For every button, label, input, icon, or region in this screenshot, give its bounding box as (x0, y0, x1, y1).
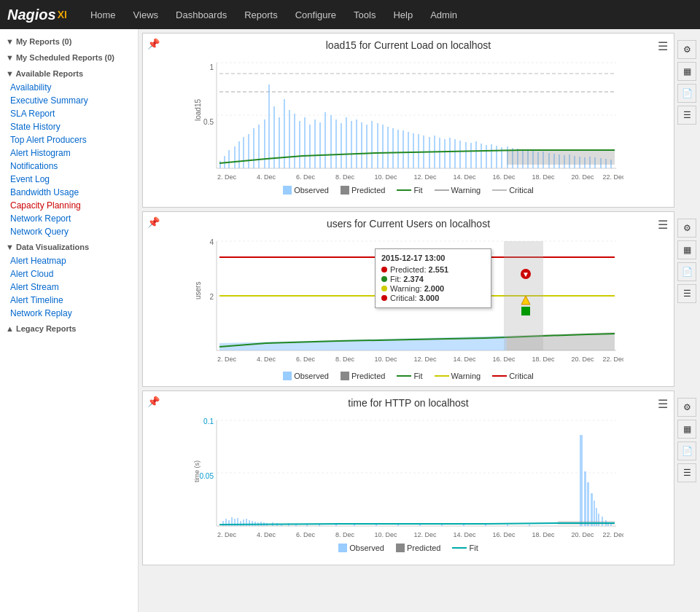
nav-views[interactable]: Views (125, 0, 167, 29)
chart-icon-gear-2[interactable]: ⚙ (677, 219, 696, 238)
svg-rect-35 (361, 122, 362, 168)
svg-text:20. Dec: 20. Dec (571, 531, 594, 538)
svg-rect-156 (354, 525, 355, 526)
my-scheduled-reports-header[interactable]: ▼ My Scheduled Reports (0) (0, 49, 138, 65)
logo-xi: XI (58, 9, 67, 20)
chart-side-icons-3: ⚙ ▦ 📄 ☰ (677, 391, 696, 482)
svg-text:2. Dec: 2. Dec (217, 173, 237, 181)
svg-rect-15 (258, 125, 260, 168)
svg-text:10. Dec: 10. Dec (374, 356, 397, 363)
svg-text:0.05: 0.05 (200, 472, 214, 480)
chart-icon-list-3[interactable]: ☰ (677, 463, 696, 482)
chart-icon-list-2[interactable]: ☰ (677, 284, 696, 303)
svg-rect-45 (413, 133, 414, 168)
sidebar-network-query[interactable]: Network Query (0, 225, 138, 238)
svg-rect-43 (402, 130, 404, 168)
svg-rect-53 (454, 139, 456, 168)
sidebar-sla-report[interactable]: SLA Report (0, 107, 138, 120)
pushpin-icon-1: 📌 (147, 38, 160, 50)
sidebar-notifications[interactable]: Notifications (0, 160, 138, 173)
svg-rect-84 (507, 150, 615, 165)
svg-text:0.1: 0.1 (203, 417, 214, 425)
svg-text:14. Dec: 14. Dec (453, 356, 476, 363)
my-reports-header[interactable]: ▼ My Reports (0) (0, 33, 138, 49)
svg-text:2: 2 (209, 293, 214, 301)
nav-home[interactable]: Home (82, 0, 125, 29)
chart-icon-bar-3[interactable]: ▦ (677, 420, 696, 439)
sidebar-network-replay[interactable]: Network Replay (0, 307, 138, 320)
svg-rect-17 (268, 85, 270, 168)
sidebar-event-log[interactable]: Event Log (0, 173, 138, 186)
svg-rect-165 (580, 435, 583, 526)
svg-rect-55 (465, 142, 467, 168)
chart-icon-gear-3[interactable]: ⚙ (677, 398, 696, 417)
chart-icon-bar-2[interactable]: ▦ (677, 240, 696, 259)
svg-text:2. Dec: 2. Dec (217, 356, 237, 363)
svg-rect-141 (249, 520, 250, 526)
sidebar-executive-summary[interactable]: Executive Summary (0, 94, 138, 107)
tooltip-fit-2: Fit: 2.374 (381, 275, 485, 283)
sidebar-top-alert-producers[interactable]: Top Alert Producers (0, 133, 138, 146)
svg-text:8. Dec: 8. Dec (335, 173, 355, 181)
content-area: 📌 load15 for Current Load on localhost ☰… (139, 29, 700, 612)
svg-rect-160 (441, 525, 443, 526)
sidebar-capacity-planning[interactable]: Capacity Planning (0, 199, 138, 212)
data-viz-header[interactable]: ▼ Data Visualizations (0, 238, 138, 254)
sidebar-alert-timeline[interactable]: Alert Timeline (0, 294, 138, 307)
svg-text:8. Dec: 8. Dec (335, 531, 355, 538)
sidebar-bandwidth-usage[interactable]: Bandwidth Usage (0, 186, 138, 199)
chart-icon-doc-2[interactable]: 📄 (677, 262, 696, 281)
available-reports-header[interactable]: ▼ Available Reports (0, 65, 138, 81)
svg-text:22. Dec: 22. Dec (602, 531, 623, 538)
chart-card-load15: 📌 load15 for Current Load on localhost ☰… (142, 33, 674, 208)
chart-icon-gear-1[interactable]: ⚙ (677, 40, 696, 59)
svg-rect-162 (485, 525, 486, 526)
sidebar-alert-stream[interactable]: Alert Stream (0, 280, 138, 294)
nav-configure[interactable]: Configure (287, 0, 345, 29)
chart-title-3: time for HTTP on localhost (149, 397, 668, 409)
svg-rect-21 (289, 110, 290, 168)
svg-rect-158 (397, 525, 399, 526)
legend-fit-3: Fit (452, 544, 478, 552)
svg-rect-29 (330, 115, 332, 168)
nav-admin[interactable]: Admin (421, 0, 466, 29)
nav-help[interactable]: Help (384, 0, 421, 29)
chart-icon-doc-3[interactable]: 📄 (677, 442, 696, 460)
sidebar-network-report[interactable]: Network Report (0, 212, 138, 225)
top-nav: Nagios XI Home Views Dashboards Reports … (0, 0, 700, 29)
svg-text:0.5: 0.5 (203, 118, 214, 126)
chart-menu-3[interactable]: ☰ (658, 397, 668, 411)
nav-reports[interactable]: Reports (236, 0, 287, 29)
nav-items: Home Views Dashboards Reports Configure … (82, 0, 466, 29)
svg-rect-166 (584, 471, 586, 526)
tooltip-warning-2: Warning: 2.000 (381, 284, 485, 293)
sidebar-alert-heatmap[interactable]: Alert Heatmap (0, 254, 138, 267)
sidebar-state-history[interactable]: State History (0, 120, 138, 133)
svg-rect-23 (299, 121, 300, 168)
svg-rect-12 (243, 137, 244, 168)
svg-rect-54 (459, 141, 461, 168)
sidebar-availability[interactable]: Availability (0, 81, 138, 94)
chart-icon-doc-1[interactable]: 📄 (677, 84, 696, 103)
chart-icon-bar-1[interactable]: ▦ (677, 62, 696, 81)
legend-warning-2: Warning (435, 372, 481, 380)
chart-icon-list-1[interactable]: ☰ (677, 106, 696, 125)
nav-dashboards[interactable]: Dashboards (167, 0, 236, 29)
svg-rect-51 (444, 139, 446, 168)
nav-tools[interactable]: Tools (345, 0, 384, 29)
legend-predicted-3: Predicted (396, 544, 440, 552)
pushpin-icon-3: 📌 (147, 396, 160, 407)
sidebar-alert-histogram[interactable]: Alert Histogram (0, 146, 138, 160)
svg-rect-32 (346, 117, 347, 168)
svg-text:12. Dec: 12. Dec (413, 173, 437, 181)
chart-menu-1[interactable]: ☰ (658, 39, 668, 53)
chart-menu-2[interactable]: ☰ (658, 218, 668, 232)
svg-rect-38 (377, 123, 378, 168)
tooltip-predicted-2: Predicted: 2.551 (381, 265, 485, 274)
svg-rect-28 (324, 112, 326, 168)
svg-text:1: 1 (209, 63, 214, 71)
sidebar-alert-cloud[interactable]: Alert Cloud (0, 267, 138, 280)
svg-text:12. Dec: 12. Dec (413, 531, 437, 538)
svg-text:18. Dec: 18. Dec (532, 173, 555, 181)
legacy-reports-header[interactable]: ▲ Legacy Reports (0, 320, 138, 336)
